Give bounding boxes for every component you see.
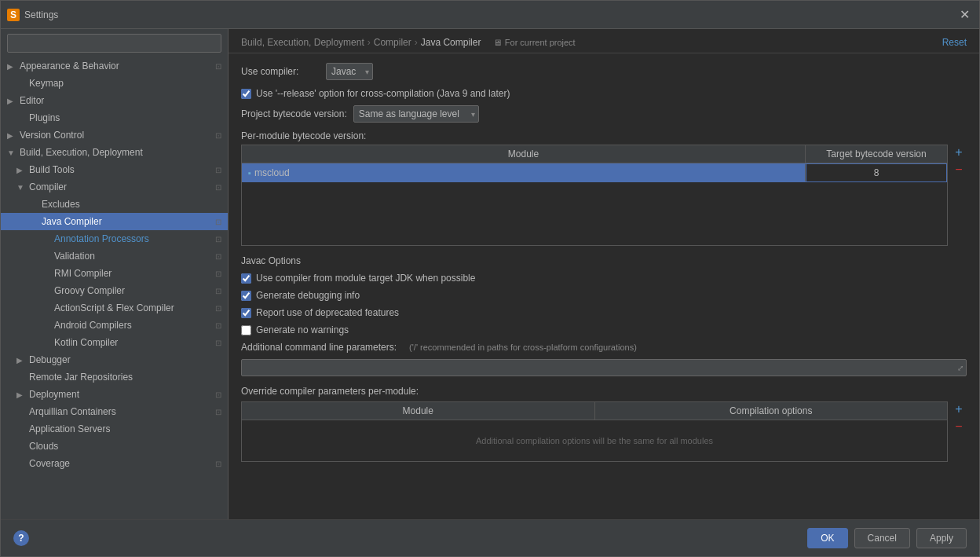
- option4-checkbox[interactable]: [241, 325, 251, 335]
- sidebar-item-validation[interactable]: Validation ⊡: [1, 247, 228, 265]
- override-module-col: Module: [242, 402, 595, 420]
- override-outer: Module Compilation options Additional co…: [241, 401, 967, 462]
- expand-cmd-icon[interactable]: ⤢: [957, 364, 964, 372]
- sidebar-item-label: Appearance & Behavior: [20, 60, 119, 71]
- sidebar-item-label: RMI Compiler: [54, 268, 112, 279]
- add-override-button[interactable]: +: [951, 401, 967, 417]
- compiler-select[interactable]: Javac: [326, 63, 373, 80]
- option1-row: Use compiler from module target JDK when…: [241, 273, 967, 284]
- module-name: mscloud: [254, 167, 290, 178]
- per-module-table-outer: Module Target bytecode version ▪ mscloud…: [241, 145, 967, 246]
- sidebar-item-label: Validation: [54, 251, 95, 262]
- sidebar-item-clouds[interactable]: Clouds: [1, 438, 228, 455]
- settings-dialog: S Settings ✕ ▶ Appearance & Behavior ⊡ K…: [0, 0, 980, 557]
- copy-icon: ⊡: [215, 339, 221, 347]
- sidebar-item-build-execution[interactable]: ▼ Build, Execution, Deployment: [1, 144, 228, 161]
- copy-icon: ⊡: [215, 460, 221, 468]
- sidebar-item-editor[interactable]: ▶ Editor: [1, 92, 228, 109]
- cross-compile-checkbox[interactable]: [241, 89, 251, 99]
- sidebar-item-appearance[interactable]: ▶ Appearance & Behavior ⊡: [1, 57, 228, 75]
- per-module-section: Per-module bytecode version: Module Targ…: [241, 130, 967, 246]
- copy-icon: ⊡: [215, 269, 221, 278]
- sidebar-item-label: Android Compilers: [54, 320, 132, 331]
- option2-row: Generate debugging info: [241, 290, 967, 301]
- sidebar-item-debugger[interactable]: ▶ Debugger: [1, 351, 228, 368]
- sidebar-item-compiler[interactable]: ▼ Compiler ⊡: [1, 178, 228, 196]
- target-col-header: Target bytecode version: [806, 145, 947, 163]
- bytecode-version-row: Project bytecode version: Same as langua…: [241, 105, 967, 123]
- cancel-button[interactable]: Cancel: [854, 528, 910, 548]
- reset-button[interactable]: Reset: [942, 37, 967, 48]
- cmd-input-wrapper: ⤢: [241, 359, 967, 376]
- compiler-select-wrapper: Javac: [326, 63, 373, 80]
- sidebar-item-keymap[interactable]: Keymap: [1, 75, 228, 92]
- sidebar-item-version-control[interactable]: ▶ Version Control ⊡: [1, 126, 228, 144]
- table-row[interactable]: ▪ mscloud 8: [242, 163, 947, 182]
- remove-override-button[interactable]: −: [951, 419, 967, 434]
- breadcrumb-sep1: ›: [368, 37, 371, 48]
- add-module-button[interactable]: +: [951, 145, 967, 160]
- content-scroll: Use compiler: Javac Use '--release' opti…: [229, 53, 979, 519]
- breadcrumb-sep2: ›: [415, 37, 418, 48]
- per-module-label: Per-module bytecode version:: [241, 130, 967, 141]
- sidebar-item-rmi-compiler[interactable]: RMI Compiler ⊡: [1, 265, 228, 282]
- sidebar-item-kotlin-compiler[interactable]: Kotlin Compiler ⊡: [1, 334, 228, 351]
- table-empty-space: [242, 182, 947, 245]
- module-cell: ▪ mscloud: [242, 164, 806, 181]
- expand-icon: ▶: [7, 131, 16, 140]
- apply-button[interactable]: Apply: [916, 528, 967, 548]
- sidebar-item-label: Annotation Processors: [54, 233, 149, 244]
- option4-label: Generate no warnings: [256, 324, 349, 335]
- bytecode-table: Module Target bytecode version ▪ mscloud…: [241, 145, 948, 246]
- app-icon: S: [7, 9, 20, 21]
- sidebar-item-java-compiler[interactable]: Java Compiler ⊡: [1, 213, 228, 230]
- sidebar-item-label: Java Compiler: [42, 216, 102, 227]
- sidebar-item-plugins[interactable]: Plugins: [1, 109, 228, 126]
- copy-icon: ⊡: [215, 287, 221, 295]
- cmd-input[interactable]: [241, 359, 967, 376]
- option3-checkbox[interactable]: [241, 308, 251, 318]
- sidebar-item-coverage[interactable]: Coverage ⊡: [1, 455, 228, 472]
- sidebar-item-label: Debugger: [29, 354, 71, 365]
- bytecode-version-select[interactable]: Same as language level: [353, 105, 479, 123]
- expand-icon: ▼: [7, 148, 16, 157]
- main-content: ▶ Appearance & Behavior ⊡ Keymap ▶ Edito…: [1, 29, 979, 519]
- expand-icon: ▶: [7, 62, 16, 71]
- sidebar-item-label: Editor: [20, 95, 44, 106]
- sidebar-item-actionscript-compiler[interactable]: ActionScript & Flex Compiler ⊡: [1, 299, 228, 317]
- sidebar-item-remote-jar[interactable]: Remote Jar Repositories: [1, 368, 228, 386]
- override-empty-msg: Additional compilation options will be t…: [242, 420, 947, 461]
- sidebar-item-deployment[interactable]: ▶ Deployment ⊡: [1, 386, 228, 403]
- copy-icon: ⊡: [215, 408, 221, 416]
- sidebar-item-label: Application Servers: [29, 423, 110, 434]
- sidebar-item-annotation-processors[interactable]: Annotation Processors ⊡: [1, 230, 228, 247]
- copy-icon: ⊡: [215, 304, 221, 313]
- sidebar-item-arquillian[interactable]: Arquillian Containers ⊡: [1, 403, 228, 420]
- sidebar-item-android-compilers[interactable]: Android Compilers ⊡: [1, 317, 228, 334]
- remove-module-button[interactable]: −: [951, 162, 967, 178]
- option2-checkbox[interactable]: [241, 291, 251, 301]
- target-cell[interactable]: 8: [806, 163, 947, 182]
- bytecode-version-label: Project bytecode version:: [241, 108, 347, 119]
- search-input[interactable]: [7, 34, 221, 53]
- override-label: Override compiler parameters per-module:: [241, 386, 967, 397]
- copy-icon: ⊡: [215, 166, 221, 174]
- override-table-header: Module Compilation options: [242, 402, 947, 420]
- ok-button[interactable]: OK: [807, 528, 847, 548]
- sidebar-item-label: Clouds: [29, 441, 58, 452]
- sidebar-item-excludes[interactable]: Excludes: [1, 196, 228, 213]
- sidebar-item-app-servers[interactable]: Application Servers: [1, 420, 228, 438]
- sidebar-item-label: Version Control: [20, 130, 84, 141]
- copy-icon: ⊡: [215, 390, 221, 399]
- expand-icon: ▶: [16, 356, 26, 365]
- breadcrumb-current: Java Compiler: [421, 37, 481, 48]
- option1-checkbox[interactable]: [241, 273, 251, 284]
- sidebar-item-label: Plugins: [29, 112, 60, 123]
- sidebar-item-build-tools[interactable]: ▶ Build Tools ⊡: [1, 161, 228, 178]
- help-button[interactable]: ?: [13, 530, 29, 546]
- close-button[interactable]: ✕: [956, 5, 973, 24]
- copy-icon: ⊡: [215, 218, 221, 226]
- breadcrumb: Build, Execution, Deployment › Compiler …: [241, 37, 576, 48]
- sidebar-item-groovy-compiler[interactable]: Groovy Compiler ⊡: [1, 282, 228, 299]
- use-compiler-label: Use compiler:: [241, 66, 320, 77]
